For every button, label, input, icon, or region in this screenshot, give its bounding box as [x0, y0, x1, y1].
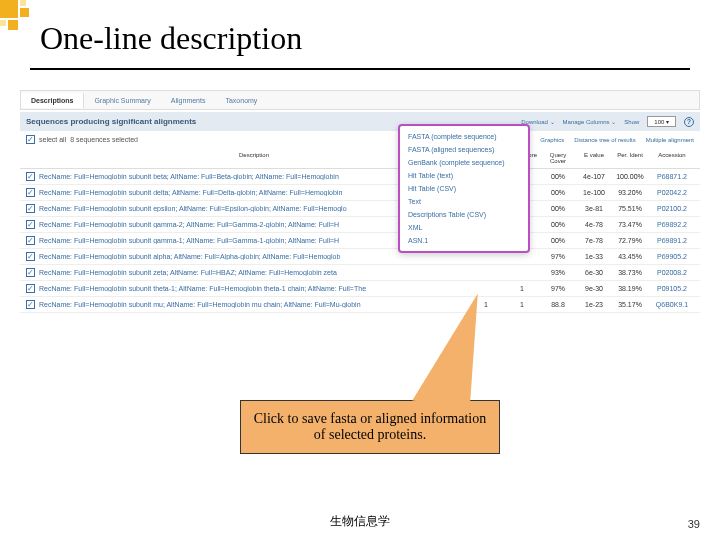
row-cell: 93%	[542, 269, 574, 276]
row-checkbox[interactable]	[26, 284, 35, 293]
table-row: RecName: Full=Hemoglobin subunit delta; …	[20, 185, 700, 201]
help-icon[interactable]: ?	[684, 117, 694, 127]
header-e-value[interactable]: E value	[578, 152, 610, 164]
row-description[interactable]: RecName: Full=Hemoglobin subunit zeta; A…	[39, 269, 466, 276]
tab-descriptions[interactable]: Descriptions	[21, 93, 84, 108]
header-accession[interactable]: Accession	[650, 152, 694, 164]
row-cell[interactable]: P02100.2	[650, 205, 694, 212]
row-cell: 6e-30	[578, 269, 610, 276]
table-header: Description Max Score Total Score Query …	[20, 148, 700, 169]
tab-taxonomy[interactable]: Taxonomy	[215, 93, 267, 108]
row-cell: 73.47%	[614, 221, 646, 228]
title-underline	[30, 68, 690, 70]
tab-alignments[interactable]: Alignments	[161, 93, 216, 108]
dropdown-item[interactable]: ASN.1	[400, 234, 528, 247]
row-cell[interactable]: P68871.2	[650, 173, 694, 180]
row-checkbox[interactable]	[26, 188, 35, 197]
row-checkbox[interactable]	[26, 220, 35, 229]
selected-count: 8 sequences selected	[70, 136, 138, 143]
result-tabs: Descriptions Graphic Summary Alignments …	[20, 90, 700, 110]
dropdown-item[interactable]: XML	[400, 221, 528, 234]
row-cell: 7e-78	[578, 237, 610, 244]
row-cell: 00%	[542, 189, 574, 196]
row-description[interactable]: RecName: Full=Hemoglobin subunit alpha; …	[39, 253, 466, 260]
row-cell[interactable]: P02008.2	[650, 269, 694, 276]
row-cell: 97%	[542, 253, 574, 260]
dropdown-item[interactable]: FASTA (aligned sequences)	[400, 143, 528, 156]
row-cell: 9e-30	[578, 285, 610, 292]
row-cell: 75.51%	[614, 205, 646, 212]
footer-text: 生物信息学	[0, 513, 720, 530]
row-checkbox[interactable]	[26, 172, 35, 181]
table-row: RecName: Full=Hemoglobin subunit gamma-1…	[20, 233, 700, 249]
row-cell	[506, 253, 538, 260]
row-cell: 93.20%	[614, 189, 646, 196]
row-description[interactable]: RecName: Full=Hemoglobin subunit theta-1…	[39, 285, 466, 292]
result-header-label: Sequences producing significant alignmen…	[26, 117, 196, 126]
link-distance-tree[interactable]: Distance tree of results	[574, 137, 635, 143]
row-cell	[470, 253, 502, 260]
row-cell: 00%	[542, 237, 574, 244]
header-per-ident[interactable]: Per. Ident	[614, 152, 646, 164]
select-all-label: select all	[39, 136, 66, 143]
row-cell[interactable]: P02042.2	[650, 189, 694, 196]
row-cell	[470, 285, 502, 292]
row-cell: 1e-100	[578, 189, 610, 196]
table-row: RecName: Full=Hemoglobin subunit theta-1…	[20, 281, 700, 297]
dropdown-item[interactable]: Text	[400, 195, 528, 208]
row-checkbox[interactable]	[26, 236, 35, 245]
table-row: RecName: Full=Hemoglobin subunit epsilon…	[20, 201, 700, 217]
row-cell: 100.00%	[614, 173, 646, 180]
row-cell: 1e-23	[578, 301, 610, 308]
row-cell: 43.45%	[614, 253, 646, 260]
row-cell: 00%	[542, 205, 574, 212]
row-checkbox[interactable]	[26, 204, 35, 213]
dropdown-item[interactable]: Hit Table (text)	[400, 169, 528, 182]
row-cell[interactable]: P69891.2	[650, 237, 694, 244]
row-cell[interactable]: P69892.2	[650, 221, 694, 228]
row-checkbox[interactable]	[26, 252, 35, 261]
row-description[interactable]: RecName: Full=Hemoglobin subunit mu; Alt…	[39, 301, 466, 308]
link-multiple-alignment[interactable]: Multiple alignment	[646, 137, 694, 143]
slide-title: One-line description	[40, 20, 302, 57]
dropdown-item[interactable]: Descriptions Table (CSV)	[400, 208, 528, 221]
row-cell: 97%	[542, 285, 574, 292]
row-cell: 1	[506, 285, 538, 292]
dropdown-item[interactable]: FASTA (complete sequence)	[400, 130, 528, 143]
row-cell: 00%	[542, 221, 574, 228]
row-cell: 00%	[542, 173, 574, 180]
dropdown-item[interactable]: GenBank (complete sequence)	[400, 156, 528, 169]
select-all-checkbox[interactable]	[26, 135, 35, 144]
table-row: RecName: Full=Hemoglobin subunit gamma-2…	[20, 217, 700, 233]
row-cell: 72.79%	[614, 237, 646, 244]
table-row: RecName: Full=Hemoglobin subunit zeta; A…	[20, 265, 700, 281]
row-cell	[470, 269, 502, 276]
row-cell: 1	[506, 301, 538, 308]
download-dropdown: FASTA (complete sequence) FASTA (aligned…	[398, 124, 530, 253]
row-cell[interactable]: Q6B0K9.1	[650, 301, 694, 308]
tab-graphic-summary[interactable]: Graphic Summary	[84, 93, 160, 108]
show-count-select[interactable]: 100 ▾	[647, 116, 676, 127]
table-row: RecName: Full=Hemoglobin subunit alpha; …	[20, 249, 700, 265]
result-header-bar: Sequences producing significant alignmen…	[20, 112, 700, 131]
row-checkbox[interactable]	[26, 268, 35, 277]
row-checkbox[interactable]	[26, 300, 35, 309]
header-query-cover[interactable]: Query Cover	[542, 152, 574, 164]
show-label: Show	[624, 119, 639, 125]
row-cell: 38.73%	[614, 269, 646, 276]
row-cell: 3e-81	[578, 205, 610, 212]
blast-results-screenshot: Descriptions Graphic Summary Alignments …	[20, 90, 700, 380]
row-cell	[506, 269, 538, 276]
row-cell[interactable]: P69905.2	[650, 253, 694, 260]
row-cell[interactable]: P09105.2	[650, 285, 694, 292]
page-number: 39	[688, 518, 700, 530]
dropdown-item[interactable]: Hit Table (CSV)	[400, 182, 528, 195]
callout-box: Click to save fasta or aligned informati…	[240, 400, 500, 454]
row-cell: 35.17%	[614, 301, 646, 308]
row-cell: 4e-107	[578, 173, 610, 180]
link-graphics[interactable]: Graphics	[540, 137, 564, 143]
manage-columns-menu[interactable]: Manage Columns ⌄	[563, 118, 617, 125]
select-all-row: select all 8 sequences selected GenPept …	[20, 131, 700, 148]
row-cell: 4e-78	[578, 221, 610, 228]
corner-decoration	[0, 0, 40, 40]
